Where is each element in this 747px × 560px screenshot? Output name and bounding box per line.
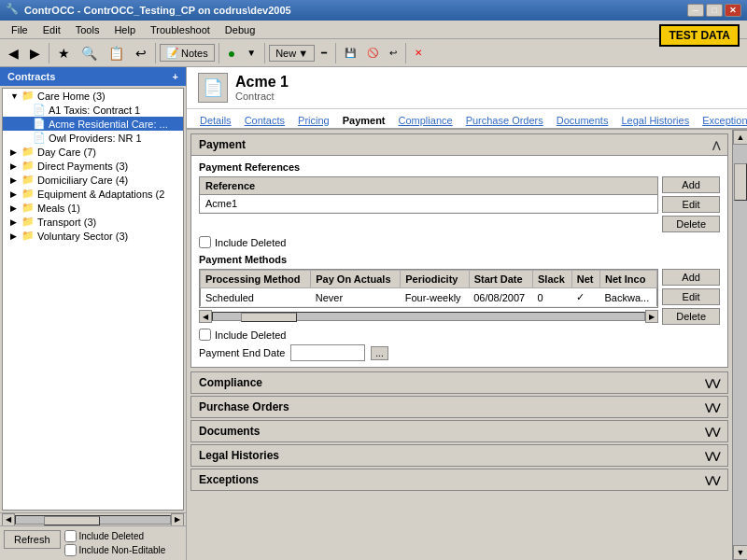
content-area: Payment ⋀ Payment References Reference A… — [187, 130, 732, 560]
menu-help[interactable]: Help — [106, 22, 143, 37]
new-button[interactable]: New ▼ — [269, 45, 315, 62]
undo-button[interactable]: ↩ — [385, 42, 402, 64]
tab-details[interactable]: Details — [194, 113, 237, 128]
close-button[interactable]: ✕ — [725, 4, 741, 17]
methods-scroll-track[interactable] — [212, 312, 645, 321]
legal-histories-header[interactable]: Legal Histories ⋁⋁ — [191, 445, 727, 466]
exceptions-header[interactable]: Exceptions ⋁⋁ — [191, 469, 727, 490]
tree-item-meals[interactable]: ▶ 📁 Meals (1) — [3, 201, 183, 215]
methods-table-container: Processing Method Pay On Actuals Periodi… — [199, 269, 658, 325]
documents-header[interactable]: Documents ⋁⋁ — [191, 421, 727, 441]
scroll-down-btn[interactable]: ▼ — [733, 545, 747, 560]
menu-tools[interactable]: Tools — [68, 22, 107, 37]
menu-file[interactable]: File — [4, 22, 35, 37]
references-delete-button[interactable]: Delete — [662, 216, 720, 232]
payment-section: Payment ⋀ Payment References Reference A… — [190, 133, 728, 368]
tab-pricing[interactable]: Pricing — [292, 113, 335, 128]
payment-end-date-browse[interactable]: ... — [371, 346, 388, 360]
minus-button[interactable]: ━ — [317, 42, 331, 64]
references-add-button[interactable]: Add — [662, 176, 720, 193]
include-deleted-methods-input[interactable] — [199, 329, 211, 341]
include-deleted-input[interactable] — [64, 530, 77, 542]
table-row[interactable]: Scheduled Never Four-weekly 06/08/2007 0… — [201, 288, 657, 307]
methods-scroll-right[interactable]: ▶ — [645, 310, 658, 323]
delete-toolbar-button[interactable]: ✕ — [410, 42, 427, 64]
green-dot-button[interactable]: ● — [223, 42, 240, 64]
scroll-up-btn[interactable]: ▲ — [733, 130, 747, 145]
purchase-orders-header[interactable]: Purchase Orders ⋁⋁ — [191, 397, 727, 417]
refresh-button[interactable]: Refresh — [4, 530, 61, 549]
methods-h-scroll[interactable]: ◀ ▶ — [199, 310, 658, 323]
tab-exceptions[interactable]: Exceptions — [697, 113, 747, 128]
methods-scroll-left[interactable]: ◀ — [199, 310, 212, 323]
payment-end-date-input[interactable] — [290, 344, 365, 361]
documents-section[interactable]: Documents ⋁⋁ — [190, 420, 728, 442]
tab-contacts[interactable]: Contacts — [239, 113, 290, 128]
tab-legal-histories[interactable]: Legal Histories — [615, 113, 695, 128]
doc-icon-acme: 📄 — [33, 118, 46, 130]
arrow-button[interactable]: ↩ — [131, 42, 151, 64]
legal-histories-chevron-icon: ⋁⋁ — [705, 451, 720, 461]
maximize-button[interactable]: □ — [706, 4, 723, 17]
include-non-editable-checkbox[interactable]: Include Non-Editable — [64, 544, 166, 556]
include-deleted-refs-input[interactable] — [199, 236, 211, 248]
menu-troubleshoot[interactable]: Troubleshoot — [143, 22, 218, 37]
compliance-header[interactable]: Compliance ⋁⋁ — [191, 372, 727, 393]
left-h-scrollbar[interactable]: ◀ ▶ — [0, 512, 186, 525]
tree-item-day-care[interactable]: ▶ 📁 Day Care (7) — [3, 145, 183, 159]
references-edit-button[interactable]: Edit — [662, 196, 720, 213]
back-button[interactable]: ◀ — [4, 42, 23, 64]
dropdown-button[interactable]: ▼ — [242, 42, 261, 64]
forward-button[interactable]: ▶ — [25, 42, 45, 64]
tree-item-acme[interactable]: 📄 Acme Residential Care: ... — [3, 117, 183, 131]
methods-edit-button[interactable]: Edit — [662, 288, 720, 305]
notes-button[interactable]: 📝 Notes — [160, 44, 215, 62]
tree-item-voluntary[interactable]: ▶ 📁 Voluntary Sector (3) — [3, 229, 183, 243]
tab-purchase-orders[interactable]: Purchase Orders — [460, 113, 549, 128]
scroll-track[interactable] — [15, 515, 171, 525]
legal-histories-section[interactable]: Legal Histories ⋁⋁ — [190, 444, 728, 467]
payment-section-header[interactable]: Payment ⋀ — [191, 134, 727, 156]
scroll-thumb-right[interactable] — [734, 163, 747, 201]
reference-row-0[interactable]: Acme1 — [200, 195, 657, 213]
tree-item-transport[interactable]: ▶ 📁 Transport (3) — [3, 215, 183, 229]
scroll-right-btn[interactable]: ▶ — [171, 513, 184, 526]
scroll-left-btn[interactable]: ◀ — [2, 513, 15, 526]
tree-item-a1-taxis[interactable]: 📄 A1 Taxis: Contract 1 — [3, 103, 183, 117]
tab-compliance[interactable]: Compliance — [393, 113, 458, 128]
methods-add-button[interactable]: Add — [662, 269, 720, 286]
minimize-button[interactable]: ─ — [687, 4, 704, 17]
tree-item-direct-payments[interactable]: ▶ 📁 Direct Payments (3) — [3, 159, 183, 173]
contract-title: Acme 1 — [235, 74, 289, 91]
save-button[interactable]: 💾 — [340, 42, 360, 64]
cancel-button[interactable]: 🚫 — [362, 42, 383, 64]
expander-voluntary: ▶ — [10, 231, 21, 241]
tab-documents[interactable]: Documents — [551, 113, 614, 128]
add-contracts-icon[interactable]: + — [173, 71, 178, 82]
include-deleted-checkbox[interactable]: Include Deleted — [64, 530, 166, 542]
exceptions-section[interactable]: Exceptions ⋁⋁ — [190, 469, 728, 491]
methods-delete-button[interactable]: Delete — [662, 308, 720, 325]
tree-item-owl[interactable]: 📄 Owl Providers: NR 1 — [3, 131, 183, 145]
search-button[interactable]: 🔍 — [77, 42, 102, 64]
tab-payment[interactable]: Payment — [337, 113, 391, 128]
menu-debug[interactable]: Debug — [218, 22, 262, 37]
copy-button[interactable]: 📋 — [104, 42, 129, 64]
purchase-orders-section[interactable]: Purchase Orders ⋁⋁ — [190, 396, 728, 418]
tree-item-domiciliary[interactable]: ▶ 📁 Domiciliary Care (4) — [3, 173, 183, 187]
star-button[interactable]: ★ — [53, 42, 75, 64]
contracts-tree[interactable]: ▼ 📁 Care Home (3) 📄 A1 Taxis: Contract 1… — [2, 88, 184, 511]
compliance-section[interactable]: Compliance ⋁⋁ — [190, 371, 728, 394]
tree-label-meals: Meals (1) — [37, 203, 80, 214]
menu-edit[interactable]: Edit — [35, 22, 68, 37]
tree-label-equip: Equipment & Adaptations (2 — [37, 189, 164, 200]
right-scrollbar[interactable]: ▲ ▼ — [732, 130, 747, 560]
window-controls: ─ □ ✕ — [687, 4, 741, 17]
methods-scroll-thumb[interactable] — [241, 313, 297, 322]
cell-processing: Scheduled — [201, 288, 311, 307]
scroll-thumb[interactable] — [44, 516, 100, 525]
include-non-editable-input[interactable] — [64, 544, 77, 556]
tree-item-equipment[interactable]: ▶ 📁 Equipment & Adaptations (2 — [3, 187, 183, 201]
scroll-track-right[interactable] — [733, 145, 747, 545]
tree-item-care-home[interactable]: ▼ 📁 Care Home (3) — [3, 89, 183, 103]
